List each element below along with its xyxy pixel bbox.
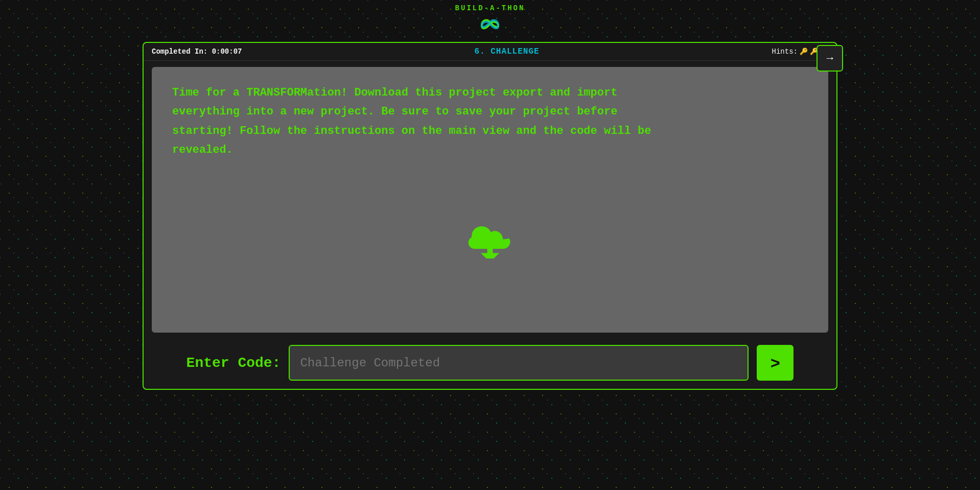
svg-marker-1 <box>481 253 499 259</box>
code-input[interactable] <box>289 345 749 381</box>
main-wrapper: BUILD-A-THON Completed In: 0:00:07 6. CH… <box>0 0 980 490</box>
enter-code-label: Enter Code: <box>186 355 281 371</box>
completed-text: Completed In: 0:00:07 <box>152 48 242 56</box>
download-button[interactable] <box>467 222 513 259</box>
cloud-download-icon <box>467 222 513 259</box>
completed-time: 0:00:07 <box>212 48 242 56</box>
nav-button[interactable]: → <box>816 45 843 72</box>
main-content-area: Time for a TRANSFORMation! Download this… <box>152 67 828 333</box>
hints-label: Hints: <box>772 48 798 56</box>
submit-button[interactable]: > <box>757 345 794 381</box>
content-panel: Completed In: 0:00:07 6. CHALLENGE Hints… <box>143 42 837 390</box>
challenge-title: 6. CHALLENGE <box>474 47 539 56</box>
download-area <box>172 160 808 320</box>
logo-icon <box>474 13 506 38</box>
challenge-text: Time for a TRANSFORMation! Download this… <box>172 83 683 160</box>
logo-area: BUILD-A-THON <box>455 4 525 38</box>
nav-arrow-icon: → <box>826 52 833 65</box>
enter-code-section: Enter Code: > <box>144 345 836 381</box>
header: BUILD-A-THON <box>0 0 980 40</box>
panel-topbar: Completed In: 0:00:07 6. CHALLENGE Hints… <box>144 43 836 61</box>
key-icon-1: 🔑 <box>800 48 808 56</box>
submit-arrow-icon: > <box>771 354 780 372</box>
logo-text: BUILD-A-THON <box>455 4 525 12</box>
